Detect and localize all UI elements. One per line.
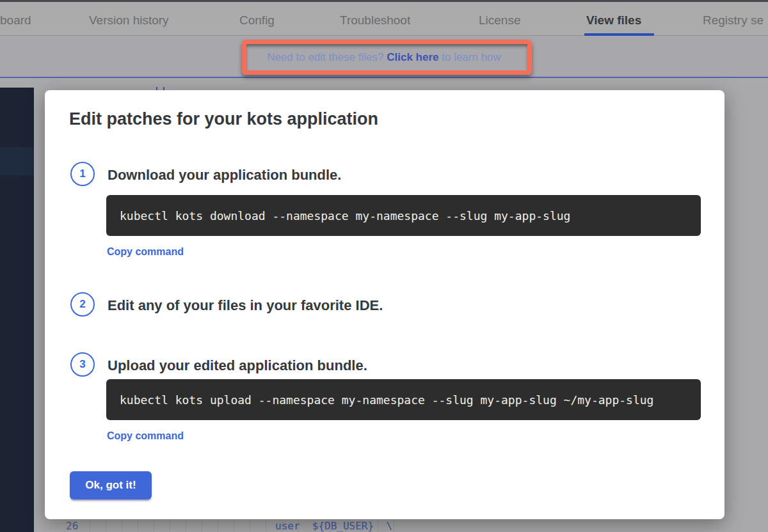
file-tree-selected-item[interactable] [0, 147, 34, 175]
tab-version-history[interactable]: Version history [89, 13, 169, 27]
step-2-badge: 2 [70, 292, 95, 317]
file-tree-sidebar [0, 88, 34, 532]
banner-text-prefix: Need to edit these files? [267, 51, 387, 63]
copy-download-command-link[interactable]: Copy command [107, 246, 184, 258]
banner-text: Need to edit these files? Click here to … [0, 51, 768, 64]
copy-upload-command-link[interactable]: Copy command [107, 430, 184, 442]
step-3-number: 3 [79, 358, 85, 371]
modal-title: Edit patches for your kots application [69, 109, 378, 129]
click-here-link[interactable]: Click here [387, 51, 438, 63]
ok-got-it-button[interactable]: Ok, got it! [70, 471, 152, 499]
step-2-heading: Edit any of your files in your favorite … [108, 297, 383, 314]
step-1-heading: Download your application bundle. [108, 167, 341, 184]
upload-command-block: kubectl kots upload --namespace my-names… [106, 379, 701, 420]
step-3-badge: 3 [70, 352, 95, 377]
tab-view-files[interactable]: View files [586, 13, 641, 27]
step-1-number: 1 [79, 168, 85, 180]
step-2-number: 2 [79, 298, 85, 311]
tab-dashboard-clipped[interactable]: board [0, 13, 31, 27]
edit-files-banner: Need to edit these files? Click here to … [0, 36, 768, 78]
editor-line-number: 26 [66, 520, 78, 532]
tab-config[interactable]: Config [239, 13, 275, 27]
step-1-badge: 1 [70, 162, 95, 186]
edit-patches-modal: Edit patches for your kots application 1… [45, 90, 724, 519]
tab-registry-settings-clipped[interactable]: Registry se [703, 13, 764, 27]
download-command-text: kubectl kots download --namespace my-nam… [120, 209, 570, 223]
tab-license[interactable]: License [479, 13, 521, 27]
step-3-heading: Upload your edited application bundle. [108, 357, 367, 374]
app-nav: board Version history Config Troubleshoo… [0, 0, 768, 36]
banner-text-suffix: to learn how [439, 51, 501, 63]
upload-command-text: kubectl kots upload --namespace my-names… [120, 393, 653, 407]
window-top-edge [0, 0, 768, 2]
tab-troubleshoot[interactable]: Troubleshoot [340, 13, 410, 27]
download-command-block: kubectl kots download --namespace my-nam… [106, 195, 701, 236]
